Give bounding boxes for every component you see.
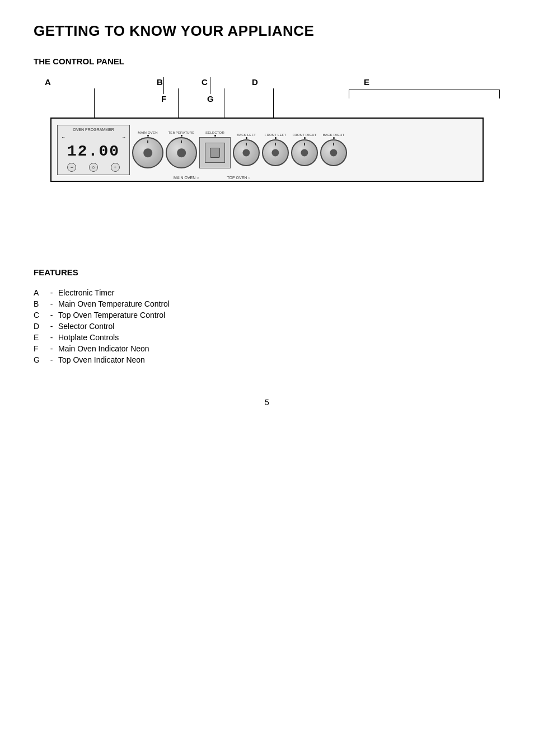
feature-item-c: C - Top Oven Temperature Control	[34, 311, 500, 320]
knob-tick	[181, 140, 182, 143]
feat-description: Top Oven Indicator Neon	[58, 355, 500, 364]
panel-inner: OVEN PROGRAMMER ← → 12.00 − ○ + MAIN OVE…	[57, 125, 477, 175]
feat-description: Main Oven Indicator Neon	[58, 344, 500, 353]
feature-item-g: G - Top Oven Indicator Neon	[34, 355, 500, 364]
selector-label: SELECTOR	[205, 131, 224, 134]
appliance-panel: OVEN PROGRAMMER ← → 12.00 − ○ + MAIN OVE…	[50, 118, 484, 182]
main-oven-segment: MAIN OVEN	[132, 131, 163, 168]
feat-description: Main Oven Temperature Control	[58, 299, 500, 308]
feature-item-e: E - Hotplate Controls	[34, 333, 500, 342]
back-left-segment: BACK LEFT	[233, 133, 260, 166]
vline-a	[94, 88, 95, 118]
label-d: D	[252, 77, 258, 87]
timer-plus-btn[interactable]: +	[111, 163, 120, 172]
neon-labels-row: MAIN OVEN ○ TOP OVEN ○	[174, 176, 251, 180]
front-left-knob[interactable]	[262, 139, 289, 166]
timer-section: OVEN PROGRAMMER ← → 12.00 − ○ +	[57, 125, 130, 175]
knob-inner	[242, 149, 250, 156]
selector-dot	[214, 135, 216, 137]
back-right-label: BACK RIGHT	[323, 133, 345, 137]
vline-f	[163, 77, 164, 94]
feat-dash: -	[45, 322, 58, 331]
knob-inner	[301, 149, 308, 156]
feat-description: Top Oven Temperature Control	[58, 311, 500, 320]
feat-letter: F	[34, 344, 45, 353]
label-e: E	[364, 77, 369, 87]
vline-d	[273, 88, 274, 118]
back-right-segment: BACK RIGHT	[320, 133, 347, 166]
selector-segment: SELECTOR	[199, 131, 231, 168]
timer-arrow-right: →	[121, 135, 126, 140]
knob-inner	[143, 148, 152, 157]
back-left-knob[interactable]	[233, 139, 260, 166]
feat-description: Hotplate Controls	[58, 333, 500, 342]
feature-item-f: F - Main Oven Indicator Neon	[34, 344, 500, 353]
temperature-dot	[181, 135, 182, 137]
feat-dash: -	[45, 344, 58, 353]
back-left-dot	[246, 137, 247, 139]
selector-inner	[205, 143, 225, 163]
feat-letter: C	[34, 311, 45, 320]
hotplate-group: BACK LEFT FRONT LEFT	[233, 133, 347, 166]
control-panel-heading: THE CONTROL PANEL	[34, 57, 500, 66]
timer-display: 12.00	[67, 144, 120, 159]
feat-dash: -	[45, 311, 58, 320]
page-title: GETTING TO KNOW YOUR APPLIANCE	[34, 22, 500, 40]
timer-circle-btn[interactable]: ○	[89, 163, 98, 172]
page-number: 5	[34, 398, 500, 407]
features-section: FEATURES A - Electronic Timer B - Main O…	[34, 267, 500, 364]
feat-letter: A	[34, 288, 45, 297]
knob-inner	[177, 148, 186, 157]
feat-description: Electronic Timer	[58, 288, 500, 297]
feat-dash: -	[45, 333, 58, 342]
front-left-label: FRONT LEFT	[265, 133, 287, 137]
front-left-dot	[275, 137, 277, 139]
feat-dash: -	[45, 288, 58, 297]
features-list: A - Electronic Timer B - Main Oven Tempe…	[34, 288, 500, 364]
timer-buttons: − ○ +	[61, 163, 126, 172]
back-left-label: BACK LEFT	[237, 133, 256, 137]
knob-tick	[275, 143, 276, 145]
label-f-wrap: F	[161, 77, 166, 104]
timer-label: OVEN PROGRAMMER	[73, 128, 114, 132]
feat-letter: E	[34, 333, 45, 342]
control-panel-section: THE CONTROL PANEL A B C D E OVEN PROGRAM…	[34, 57, 500, 234]
back-right-knob[interactable]	[320, 139, 347, 166]
knob-inner	[271, 149, 279, 156]
front-left-segment: FRONT LEFT	[262, 133, 289, 166]
timer-minus-btn[interactable]: −	[67, 163, 76, 172]
features-heading: FEATURES	[34, 267, 500, 277]
main-oven-knob[interactable]	[132, 137, 163, 168]
feat-letter: G	[34, 355, 45, 364]
timer-top-row: ← →	[61, 135, 126, 140]
label-f: F	[161, 94, 166, 104]
knob-inner	[330, 149, 337, 156]
bracket-e	[349, 90, 500, 98]
feat-letter: D	[34, 322, 45, 331]
knob-tick	[246, 143, 247, 145]
knob-tick	[147, 140, 148, 143]
front-right-dot	[304, 137, 306, 139]
front-right-label: FRONT RIGHT	[292, 133, 316, 137]
back-right-dot	[333, 137, 335, 139]
feat-letter: B	[34, 299, 45, 308]
main-oven-label: MAIN OVEN	[138, 131, 157, 134]
top-oven-neon-label: TOP OVEN ○	[227, 176, 250, 180]
vline-g	[210, 77, 210, 94]
temperature-segment: TEMPERATURE	[166, 131, 197, 168]
selector-core	[210, 148, 220, 158]
vline-c	[224, 88, 224, 118]
main-oven-dot	[147, 135, 149, 137]
vline-b	[178, 88, 179, 118]
front-right-knob[interactable]	[291, 139, 318, 166]
front-right-segment: FRONT RIGHT	[291, 133, 318, 166]
label-g: G	[207, 94, 214, 104]
feature-item-b: B - Main Oven Temperature Control	[34, 299, 500, 308]
timer-arrow-left: ←	[61, 135, 65, 140]
main-oven-neon-label: MAIN OVEN ○	[174, 176, 199, 180]
temperature-knob[interactable]	[166, 137, 197, 168]
feature-item-a: A - Electronic Timer	[34, 288, 500, 297]
knob-tick	[333, 143, 334, 145]
feat-dash: -	[45, 299, 58, 308]
selector-box[interactable]	[199, 137, 231, 168]
